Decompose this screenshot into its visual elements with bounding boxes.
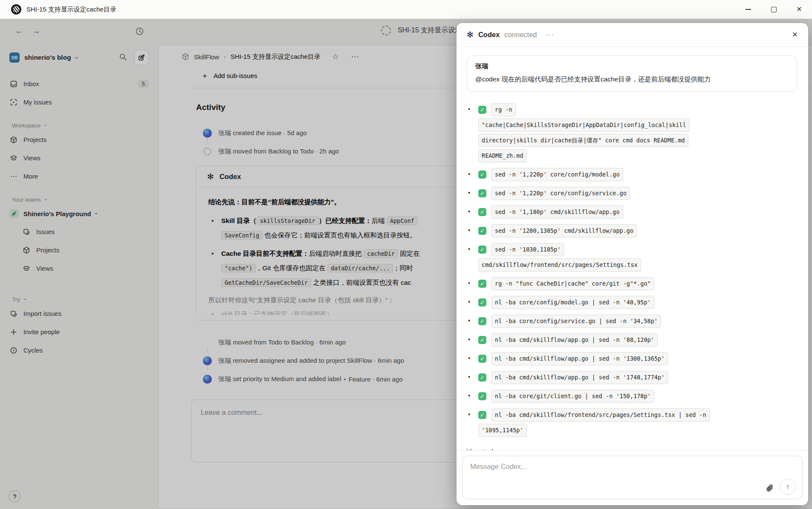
forward-button[interactable]: →: [30, 25, 43, 38]
panel-menu-icon[interactable]: ···: [546, 31, 555, 39]
inline-code-chip: SaveConfig: [221, 231, 263, 240]
minimize-button[interactable]: [735, 0, 761, 19]
bold-text: 结论先说：目前不是“前后端都没提供能力”。: [208, 198, 341, 205]
timeline-text: 张瑞 removed assignee and added to project…: [218, 357, 404, 365]
sidebar-section-workspace[interactable]: Workspace: [12, 122, 149, 129]
message-composer[interactable]: Message Codex... ↑: [462, 456, 803, 499]
sidebar-item-import-issues[interactable]: Import issues: [9, 304, 149, 323]
sidebar-section-your-teams[interactable]: Your teams: [12, 197, 149, 203]
section-label: Your teams: [12, 197, 41, 203]
checked-icon: ✓: [478, 298, 486, 307]
timeline-label-text: Feature · 6min ago: [349, 376, 403, 383]
backlog-status-icon: [204, 339, 211, 347]
recent-history-button[interactable]: [133, 25, 146, 38]
workspace-switcher[interactable]: SB shinerio's blog: [9, 50, 149, 65]
sidebar-item-invite-people[interactable]: Invite people: [9, 323, 149, 341]
checklist-item: •✓sed -n '1280,1385p' cmd/skillflow/app.…: [467, 224, 797, 240]
os-titlebar: SHI-15 支持显示设定cache目录 ✕: [0, 0, 812, 19]
window-controls: ✕: [735, 0, 812, 19]
sidebar-section-try[interactable]: Try: [12, 296, 149, 303]
layers-icon: [10, 154, 17, 162]
bold-text: ）已经支持配置：: [319, 217, 372, 224]
checklist: •✓rg -n"cache|Cache|SkillsStorageDir|App…: [467, 103, 797, 439]
sidebar-item-views[interactable]: Views: [9, 149, 149, 167]
checklist-item: •✓sed -n '1030,1185p'cmd/skillflow/front…: [467, 243, 797, 274]
clock-icon: [135, 27, 144, 36]
sidebar-item-label: My issues: [23, 98, 52, 106]
bullet: •: [467, 277, 478, 292]
sidebar-item-team-issues[interactable]: Issues: [9, 223, 149, 241]
bullet: •: [467, 333, 478, 349]
search-icon: [119, 53, 127, 61]
command-line: '1095,1145p': [478, 424, 797, 437]
user-avatar: [203, 356, 212, 365]
search-button[interactable]: [119, 53, 127, 63]
timeline-text: 张瑞 created the issue · 5d ago: [218, 129, 307, 137]
command-chip: nl -ba cmd/skillflow/app.go | sed -n '13…: [491, 352, 668, 365]
sidebar-item-my-issues[interactable]: My issues: [9, 93, 149, 111]
checked-icon: ✓: [478, 355, 486, 363]
sidebar-item-more[interactable]: More: [9, 167, 149, 185]
sidebar-item-label: Projects: [23, 136, 46, 143]
user-message-card: 张瑞 @codex 现在的后端代码是否已经支持设置cache目录，还是前后端都没…: [467, 55, 797, 92]
add-sub-issues-label: Add sub-issues: [214, 72, 257, 79]
text: 后端: [372, 217, 387, 224]
panel-close-icon[interactable]: ✕: [792, 30, 798, 39]
command-line: ✓nl -ba core/git/client.go | sed -n '150…: [478, 390, 797, 403]
inline-code-chip: skillsStorageDir: [257, 217, 319, 225]
caret-down-icon: [43, 124, 47, 127]
breadcrumb-issue-title[interactable]: SHI-15 支持显示设定cache目录: [231, 53, 321, 61]
bullet: •: [467, 296, 478, 311]
command-chip: rg -n "func CacheDir|cache" core/git -g"…: [491, 277, 654, 290]
command-chip: directory|skills dir|cache目录|缓存" core cm…: [478, 134, 688, 147]
checklist-item: •✓rg -n "func CacheDir|cache" core/git -…: [467, 277, 797, 292]
maximize-button[interactable]: [761, 0, 786, 19]
sidebar-team-shinerios-playground[interactable]: Shinerio's Playground: [9, 205, 149, 223]
message-text: @codex 现在的后端代码是否已经支持设置cache目录，还是前后端都没提供能…: [475, 75, 789, 84]
inline-code-chip: cacheDir: [364, 249, 398, 258]
sidebar-item-projects[interactable]: Projects: [9, 130, 149, 149]
minimize-icon: [746, 9, 751, 10]
checked-icon: ✓: [478, 171, 486, 179]
checklist-item: •✓nl -ba cmd/skillflow/frontend/src/page…: [467, 408, 797, 439]
sidebar-item-team-projects[interactable]: Projects: [9, 241, 149, 259]
sidebar-item-inbox[interactable]: Inbox 5: [9, 75, 149, 93]
inbox-count-badge: 5: [138, 80, 149, 88]
checked-icon: ✓: [478, 392, 486, 400]
command-chip: sed -n '1,180p' cmd/skillflow/app.go: [491, 205, 623, 219]
command-chip: sed -n '1,220p' core/config/model.go: [491, 168, 623, 181]
sidebar-item-cycles[interactable]: Cycles: [9, 341, 149, 359]
codex-panel-header: ✻ Codex connected ··· ✕: [457, 23, 808, 47]
caret-down-icon: [44, 198, 48, 202]
breadcrumb-project[interactable]: SkillFlow: [194, 53, 219, 61]
bullet: •: [467, 187, 478, 202]
text: 之类接口，前端设置页也没有 cac: [311, 279, 411, 286]
workspace-name: shinerio's blog: [24, 54, 71, 61]
command-chip: nl -ba core/git/client.go | sed -n '150,…: [491, 390, 654, 403]
checked-icon: ✓: [478, 280, 486, 288]
command-line: ✓sed -n '1030,1185p': [478, 243, 797, 256]
bullet: •: [467, 408, 478, 439]
command-line: ✓nl -ba cmd/skillflow/app.go | sed -n '1…: [478, 371, 797, 384]
checklist-item: •✓nl -ba cmd/skillflow/app.go | sed -n '…: [467, 352, 797, 367]
sidebar-item-label: Projects: [36, 246, 59, 254]
plus-icon: ＋: [201, 71, 208, 81]
issue-options-icon[interactable]: ⋯: [351, 52, 360, 61]
back-button[interactable]: ←: [13, 25, 26, 38]
help-button[interactable]: ?: [9, 490, 21, 503]
bold-text: Skill 目录（: [221, 217, 257, 224]
sidebar-item-team-views[interactable]: Views: [9, 259, 149, 278]
close-button[interactable]: ✕: [786, 0, 812, 19]
checked-icon: ✓: [478, 227, 486, 235]
checklist-item: •✓sed -n '1,220p' core/config/service.go: [467, 187, 797, 202]
favorite-star-icon[interactable]: ☆: [332, 52, 339, 61]
send-button[interactable]: ↑: [780, 479, 796, 495]
command-chip: nl -ba cmd/skillflow/frontend/src/pages/…: [491, 408, 710, 422]
issues-icon: [23, 228, 30, 236]
new-issue-button[interactable]: [134, 50, 149, 65]
attach-button[interactable]: [766, 484, 774, 493]
command-chip: nl -ba core/config/service.go | sed -n '…: [491, 315, 661, 328]
team-name: Shinerio's Playground: [23, 210, 91, 217]
sidebar-item-label: Invite people: [23, 328, 60, 335]
command-line: ✓nl -ba core/config/model.go | sed -n '4…: [478, 296, 797, 309]
